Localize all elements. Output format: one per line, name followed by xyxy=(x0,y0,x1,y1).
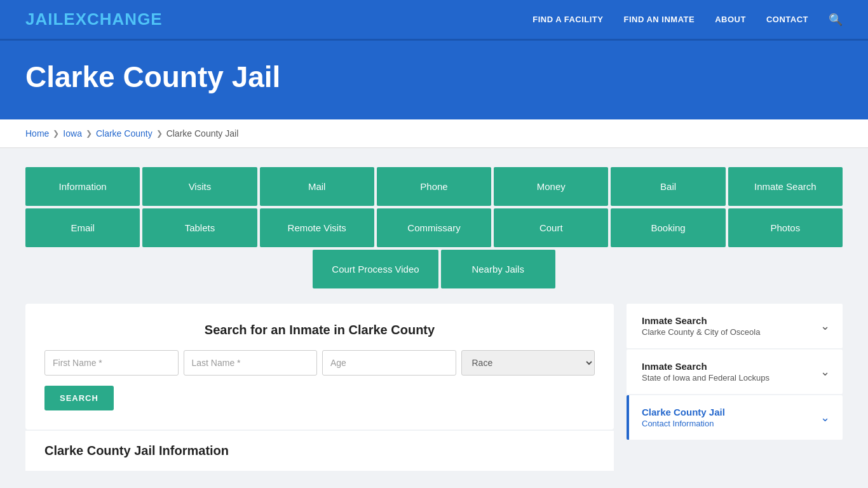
left-panel: Search for an Inmate in Clarke County Ra… xyxy=(25,304,614,471)
nav-contact[interactable]: CONTACT xyxy=(766,15,808,24)
breadcrumb-sep-2: ❯ xyxy=(86,129,92,138)
search-title: Search for an Inmate in Clarke County xyxy=(44,323,595,337)
sidebar-item-text-3: Clarke County Jail Contact Information xyxy=(642,407,725,428)
search-fields: Race White Black Hispanic Asian Native A… xyxy=(44,350,595,376)
tab-information[interactable]: Information xyxy=(25,167,140,206)
logo-exchange: EXCHANGE xyxy=(64,10,162,29)
tab-money[interactable]: Money xyxy=(494,167,608,206)
logo[interactable]: JAILEXCHANGE xyxy=(25,10,163,29)
info-section-title: Clarke County Jail Information xyxy=(44,444,595,458)
main-nav: FIND A FACILITY FIND AN INMATE ABOUT CON… xyxy=(532,13,843,27)
chevron-icon-2: ⌄ xyxy=(820,365,830,379)
age-input[interactable] xyxy=(322,350,456,376)
chevron-icon-1: ⌄ xyxy=(820,319,830,333)
tab-email[interactable]: Email xyxy=(25,208,140,247)
tab-phone[interactable]: Phone xyxy=(377,167,491,206)
breadcrumb-current: Clarke County Jail xyxy=(166,128,239,139)
breadcrumb-bar: Home ❯ Iowa ❯ Clarke County ❯ Clarke Cou… xyxy=(0,119,868,148)
tab-bail[interactable]: Bail xyxy=(611,167,725,206)
hero-section: Clarke County Jail xyxy=(0,41,868,119)
breadcrumb-home[interactable]: Home xyxy=(25,128,49,139)
tab-commissary[interactable]: Commissary xyxy=(377,208,491,247)
sidebar-item-subtitle-2: State of Iowa and Federal Lockups xyxy=(642,373,770,383)
tab-mail[interactable]: Mail xyxy=(260,167,374,206)
sidebar: Inmate Search Clarke County & City of Os… xyxy=(627,304,843,440)
breadcrumb-sep-1: ❯ xyxy=(53,129,59,138)
breadcrumb-iowa[interactable]: Iowa xyxy=(63,128,82,139)
tab-court[interactable]: Court xyxy=(494,208,608,247)
tab-visits[interactable]: Visits xyxy=(142,167,257,206)
last-name-input[interactable] xyxy=(184,350,318,376)
sidebar-item-contact-info[interactable]: Clarke County Jail Contact Information ⌄ xyxy=(627,395,843,440)
tab-photos[interactable]: Photos xyxy=(728,208,843,247)
first-name-input[interactable] xyxy=(44,350,179,376)
tabs-row-1: Information Visits Mail Phone Money Bail… xyxy=(25,167,843,206)
sidebar-item-inmate-search-iowa[interactable]: Inmate Search State of Iowa and Federal … xyxy=(627,349,843,394)
sidebar-item-subtitle-1: Clarke County & City of Osceola xyxy=(642,327,760,337)
sidebar-item-title-2: Inmate Search xyxy=(642,361,770,372)
sidebar-item-title-1: Inmate Search xyxy=(642,315,760,326)
sidebar-item-text-1: Inmate Search Clarke County & City of Os… xyxy=(642,315,760,337)
nav-find-inmate[interactable]: FIND AN INMATE xyxy=(623,15,695,24)
header: JAILEXCHANGE FIND A FACILITY FIND AN INM… xyxy=(0,0,868,41)
tab-remote-visits[interactable]: Remote Visits xyxy=(260,208,374,247)
sidebar-item-text-2: Inmate Search State of Iowa and Federal … xyxy=(642,361,770,383)
breadcrumb-clarke-county[interactable]: Clarke County xyxy=(96,128,153,139)
tab-court-process-video[interactable]: Court Process Video xyxy=(313,250,438,288)
sidebar-item-inmate-search-clarke[interactable]: Inmate Search Clarke County & City of Os… xyxy=(627,304,843,348)
logo-jail: JAIL xyxy=(25,10,64,29)
race-select[interactable]: Race White Black Hispanic Asian Native A… xyxy=(461,350,595,376)
tab-tablets[interactable]: Tablets xyxy=(142,208,257,247)
page-title: Clarke County Jail xyxy=(25,60,843,94)
main-content: Information Visits Mail Phone Money Bail… xyxy=(0,148,868,488)
tabs-row-3: Court Process Video Nearby Jails xyxy=(25,250,843,288)
search-box: Search for an Inmate in Clarke County Ra… xyxy=(25,304,614,430)
content-row: Search for an Inmate in Clarke County Ra… xyxy=(25,304,843,471)
sidebar-item-subtitle-3: Contact Information xyxy=(642,419,725,428)
sidebar-item-title-3: Clarke County Jail xyxy=(642,407,725,417)
tab-nearby-jails[interactable]: Nearby Jails xyxy=(441,250,555,288)
tabs-row-2: Email Tablets Remote Visits Commissary C… xyxy=(25,208,843,247)
bottom-section: Clarke County Jail Information xyxy=(25,430,614,471)
nav-find-facility[interactable]: FIND A FACILITY xyxy=(532,15,603,24)
breadcrumb-sep-3: ❯ xyxy=(156,129,163,138)
nav-about[interactable]: ABOUT xyxy=(715,15,746,24)
tab-inmate-search[interactable]: Inmate Search xyxy=(728,167,843,206)
chevron-icon-3: ⌄ xyxy=(820,410,830,424)
tab-booking[interactable]: Booking xyxy=(611,208,725,247)
search-icon[interactable]: 🔍 xyxy=(829,13,843,27)
breadcrumb: Home ❯ Iowa ❯ Clarke County ❯ Clarke Cou… xyxy=(25,128,843,139)
search-button[interactable]: SEARCH xyxy=(44,386,114,410)
